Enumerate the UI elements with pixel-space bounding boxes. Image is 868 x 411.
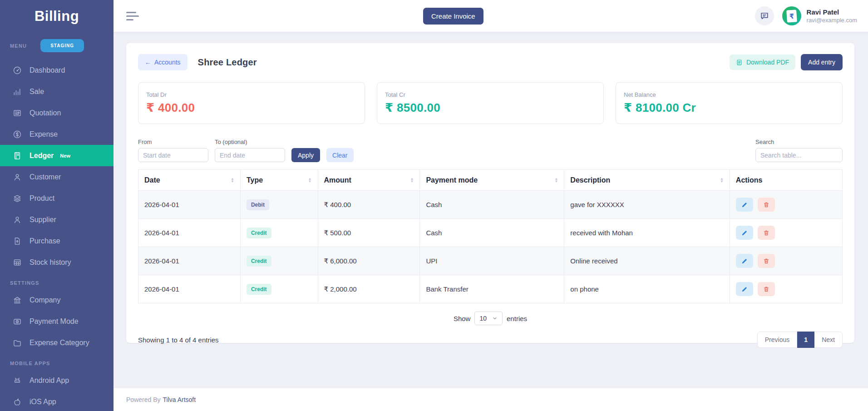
stats-row: Total Dr ₹ 400.00 Total Cr ₹ 8500.00 Net… (138, 82, 843, 124)
chat-button[interactable] (755, 6, 774, 25)
clear-button[interactable]: Clear (326, 148, 353, 162)
cell-actions (730, 219, 842, 247)
sort-icon[interactable]: ▲▼ (410, 178, 414, 183)
pdf-file-icon (736, 59, 743, 66)
sort-icon[interactable]: ▲▼ (308, 178, 312, 183)
sidebar-nav: Dashboard Sale Quotation Expense Ledger … (0, 59, 113, 411)
bar-chart-icon (13, 87, 22, 96)
column-header-payment-mode[interactable]: Payment mode▲▼ (420, 170, 564, 191)
column-header-type[interactable]: Type▲▼ (240, 170, 318, 191)
footer: Powered By Tilva Artsoft (113, 388, 868, 411)
chat-icon (760, 11, 769, 21)
table-footer-row: Showing 1 to 4 of 4 entries Previous 1 N… (138, 332, 843, 348)
layers-icon (13, 194, 22, 203)
cell-description: received with Mohan (564, 219, 730, 247)
column-header-date[interactable]: Date▲▼ (138, 170, 241, 191)
sidebar-item-label: Ledger (30, 152, 54, 160)
book-icon (13, 151, 22, 160)
filter-row: From To (optional) Apply Clear Search (138, 139, 843, 162)
entries-summary: Showing 1 to 4 of 4 entries (138, 336, 219, 344)
stat-card-net-balance: Net Balance ₹ 8100.00 Cr (616, 82, 843, 124)
column-header-amount[interactable]: Amount▲▼ (318, 170, 420, 191)
sidebar-item-company[interactable]: Company (0, 289, 113, 311)
add-entry-button[interactable]: Add entry (801, 54, 843, 70)
cell-amount: ₹ 500.00 (318, 219, 420, 247)
column-header-description[interactable]: Description▲▼ (564, 170, 730, 191)
delete-button[interactable] (758, 226, 775, 240)
apply-button[interactable]: Apply (291, 148, 320, 162)
previous-page-button[interactable]: Previous (757, 332, 797, 348)
sort-icon[interactable]: ▲▼ (720, 178, 724, 183)
edit-button[interactable] (736, 254, 753, 268)
trash-icon (763, 258, 769, 264)
back-to-accounts-button[interactable]: ← Accounts (138, 54, 187, 70)
edit-button[interactable] (736, 226, 753, 240)
mobile-apps-section-label: MOBILE APPS (0, 361, 113, 366)
dollar-circle-icon (13, 130, 22, 139)
sidebar-item-purchase[interactable]: Purchase (0, 230, 113, 252)
sidebar-item-label: Stock history (30, 258, 71, 267)
sidebar-item-label: Customer (30, 173, 61, 181)
debit-badge: Debit (247, 199, 269, 210)
to-date-label: To (optional) (215, 139, 285, 145)
cell-actions (730, 191, 842, 219)
pencil-icon (741, 202, 748, 208)
edit-button[interactable] (736, 198, 753, 212)
sidebar-item-android-app[interactable]: Android App (0, 370, 113, 391)
sidebar-item-ledger[interactable]: Ledger New (0, 145, 113, 166)
next-page-button[interactable]: Next (814, 332, 843, 348)
settings-section-label: SETTINGS (0, 280, 113, 286)
stat-value: ₹ 400.00 (146, 101, 357, 115)
user-email: ravi@example.com (807, 17, 857, 24)
sidebar-item-sale[interactable]: Sale (0, 81, 113, 102)
sort-icon[interactable]: ▲▼ (231, 178, 234, 183)
credit-badge: Credit (247, 228, 271, 238)
stat-value: ₹ 8500.00 (385, 101, 596, 115)
create-invoice-button[interactable]: Create Invoice (423, 8, 483, 25)
table-row: 2026-04-01 Debit ₹ 400.00 Cash gave for … (138, 191, 843, 219)
sort-icon[interactable]: ▲▼ (554, 178, 558, 183)
stat-label: Net Balance (624, 91, 834, 98)
page-number-button[interactable]: 1 (797, 332, 814, 348)
edit-button[interactable] (736, 282, 753, 296)
user-menu[interactable]: ₹ Ravi Patel ravi@example.com (782, 6, 857, 25)
sidebar-item-label: Quotation (30, 109, 61, 117)
app-logo: Billing (0, 0, 113, 27)
sidebar-item-label: Purchase (30, 237, 60, 245)
delete-button[interactable] (758, 198, 775, 212)
download-pdf-button[interactable]: Download PDF (730, 54, 795, 70)
pagination: Previous 1 Next (757, 332, 843, 348)
credit-badge: Credit (247, 256, 271, 267)
apple-icon (13, 397, 22, 406)
delete-button[interactable] (758, 282, 775, 296)
user-name: Ravi Patel (807, 8, 857, 17)
hamburger-menu-icon[interactable] (126, 12, 139, 20)
sidebar-item-customer[interactable]: Customer (0, 166, 113, 188)
cell-amount: ₹ 2,000.00 (318, 275, 420, 303)
new-badge: New (60, 153, 70, 158)
sidebar-item-quotation[interactable]: Quotation (0, 102, 113, 124)
delete-button[interactable] (758, 254, 775, 268)
sidebar-item-payment-mode[interactable]: Payment Mode (0, 311, 113, 332)
sidebar: Billing MENU STAGING Dashboard Sale Quot… (0, 0, 113, 411)
staging-badge: STAGING (40, 39, 84, 52)
pencil-icon (741, 258, 748, 264)
sidebar-item-dashboard[interactable]: Dashboard (0, 59, 113, 81)
stat-card-total-cr: Total Cr ₹ 8500.00 (377, 82, 604, 124)
brand-link[interactable]: Tilva Artsoft (163, 396, 196, 403)
sidebar-item-expense[interactable]: Expense (0, 124, 113, 145)
search-input[interactable] (755, 148, 843, 162)
show-entries-row: Show 10 entries (138, 312, 843, 325)
sidebar-item-ios-app[interactable]: iOS App (0, 391, 113, 411)
trash-icon (763, 286, 769, 292)
entries-per-page-select[interactable]: 10 (474, 312, 503, 325)
to-date-input[interactable] (215, 148, 285, 162)
sidebar-item-label: Sale (30, 88, 44, 96)
from-date-input[interactable] (138, 148, 208, 162)
sidebar-item-stock-history[interactable]: Stock history (0, 252, 113, 273)
sidebar-item-expense-category[interactable]: Expense Category (0, 332, 113, 353)
sidebar-item-supplier[interactable]: Supplier (0, 209, 113, 230)
cell-date: 2026-04-01 (138, 219, 241, 247)
cell-amount: ₹ 400.00 (318, 191, 420, 219)
sidebar-item-product[interactable]: Product (0, 188, 113, 209)
